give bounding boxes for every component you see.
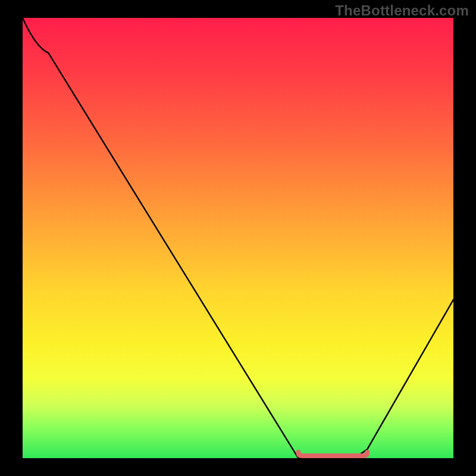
plot-area xyxy=(23,18,453,458)
chart-svg xyxy=(23,18,453,458)
curve-line xyxy=(23,18,453,458)
watermark-text: TheBottleneck.com xyxy=(335,2,469,19)
chart-frame: TheBottleneck.com xyxy=(0,0,476,476)
flat-segment xyxy=(298,452,367,456)
